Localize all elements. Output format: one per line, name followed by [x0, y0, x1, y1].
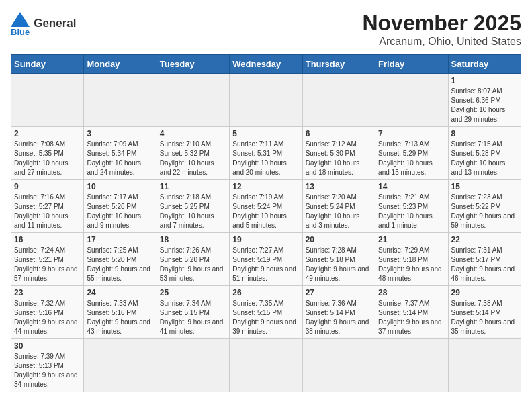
- day-info: Sunrise: 7:19 AM Sunset: 5:24 PM Dayligh…: [232, 193, 299, 230]
- day-number: 5: [232, 129, 299, 138]
- day-number: 24: [87, 288, 153, 298]
- calendar-day-cell: 27Sunrise: 7:36 AM Sunset: 5:14 PM Dayli…: [302, 286, 375, 339]
- calendar-subtitle: Arcanum, Ohio, United States: [362, 36, 521, 48]
- calendar-day-cell: 9Sunrise: 7:16 AM Sunset: 5:27 PM Daylig…: [11, 180, 84, 233]
- calendar-day-cell: 22Sunrise: 7:31 AM Sunset: 5:17 PM Dayli…: [448, 233, 521, 286]
- day-info: Sunrise: 7:38 AM Sunset: 5:14 PM Dayligh…: [451, 299, 518, 336]
- calendar-day-cell: 24Sunrise: 7:33 AM Sunset: 5:16 PM Dayli…: [84, 286, 157, 339]
- calendar-day-cell: 23Sunrise: 7:32 AM Sunset: 5:16 PM Dayli…: [11, 286, 84, 339]
- calendar-day-cell: 10Sunrise: 7:17 AM Sunset: 5:26 PM Dayli…: [84, 180, 157, 233]
- day-number: 6: [306, 129, 372, 138]
- day-number: 23: [14, 288, 81, 298]
- weekday-header-monday: Monday: [84, 55, 157, 74]
- day-info: Sunrise: 7:21 AM Sunset: 5:23 PM Dayligh…: [378, 193, 445, 230]
- calendar-day-cell: 5Sunrise: 7:11 AM Sunset: 5:31 PM Daylig…: [230, 127, 302, 180]
- day-info: Sunrise: 7:34 AM Sunset: 5:15 PM Dayligh…: [160, 299, 226, 336]
- calendar-day-cell: 11Sunrise: 7:18 AM Sunset: 5:25 PM Dayli…: [157, 180, 229, 233]
- day-info: Sunrise: 7:25 AM Sunset: 5:20 PM Dayligh…: [87, 246, 153, 283]
- calendar-day-cell: [230, 339, 302, 392]
- day-info: Sunrise: 7:10 AM Sunset: 5:32 PM Dayligh…: [160, 140, 226, 177]
- day-number: 12: [232, 182, 299, 191]
- calendar-day-cell: [302, 339, 375, 392]
- calendar-week-row: 9Sunrise: 7:16 AM Sunset: 5:27 PM Daylig…: [11, 180, 521, 233]
- calendar-day-cell: [302, 74, 375, 127]
- calendar-day-cell: [157, 74, 229, 127]
- weekday-header-tuesday: Tuesday: [157, 55, 229, 74]
- day-number: 30: [14, 341, 81, 351]
- day-info: Sunrise: 7:28 AM Sunset: 5:18 PM Dayligh…: [306, 246, 372, 283]
- calendar-week-row: 16Sunrise: 7:24 AM Sunset: 5:21 PM Dayli…: [11, 233, 521, 286]
- header: Blue General November 2025 Arcanum, Ohio…: [11, 11, 521, 48]
- calendar-day-cell: [448, 339, 521, 392]
- calendar-day-cell: [230, 74, 302, 127]
- weekday-header-friday: Friday: [375, 55, 448, 74]
- calendar-day-cell: [375, 339, 448, 392]
- day-number: 16: [14, 235, 81, 244]
- calendar-day-cell: 4Sunrise: 7:10 AM Sunset: 5:32 PM Daylig…: [157, 127, 229, 180]
- day-number: 27: [306, 288, 372, 298]
- day-info: Sunrise: 7:18 AM Sunset: 5:25 PM Dayligh…: [160, 193, 226, 230]
- day-number: 26: [232, 288, 299, 298]
- day-info: Sunrise: 7:29 AM Sunset: 5:18 PM Dayligh…: [378, 246, 445, 283]
- calendar-day-cell: 18Sunrise: 7:26 AM Sunset: 5:20 PM Dayli…: [157, 233, 229, 286]
- day-number: 3: [87, 129, 153, 138]
- calendar-day-cell: 30Sunrise: 7:39 AM Sunset: 5:13 PM Dayli…: [11, 339, 84, 392]
- calendar-table: SundayMondayTuesdayWednesdayThursdayFrid…: [11, 54, 521, 392]
- calendar-day-cell: 20Sunrise: 7:28 AM Sunset: 5:18 PM Dayli…: [302, 233, 375, 286]
- day-info: Sunrise: 7:11 AM Sunset: 5:31 PM Dayligh…: [232, 140, 299, 177]
- calendar-day-cell: 13Sunrise: 7:20 AM Sunset: 5:24 PM Dayli…: [302, 180, 375, 233]
- day-info: Sunrise: 7:13 AM Sunset: 5:29 PM Dayligh…: [378, 140, 445, 177]
- calendar-week-row: 30Sunrise: 7:39 AM Sunset: 5:13 PM Dayli…: [11, 339, 521, 392]
- day-info: Sunrise: 7:12 AM Sunset: 5:30 PM Dayligh…: [306, 140, 372, 177]
- day-info: Sunrise: 7:15 AM Sunset: 5:28 PM Dayligh…: [451, 140, 518, 177]
- calendar-day-cell: 14Sunrise: 7:21 AM Sunset: 5:23 PM Dayli…: [375, 180, 448, 233]
- calendar-day-cell: [375, 74, 448, 127]
- logo-general-text: General: [34, 17, 76, 30]
- day-number: 2: [14, 129, 81, 138]
- calendar-day-cell: 3Sunrise: 7:09 AM Sunset: 5:34 PM Daylig…: [84, 127, 157, 180]
- day-info: Sunrise: 8:07 AM Sunset: 6:36 PM Dayligh…: [451, 87, 518, 124]
- day-number: 11: [160, 182, 226, 191]
- calendar-day-cell: [84, 339, 157, 392]
- day-number: 10: [87, 182, 153, 191]
- calendar-day-cell: 17Sunrise: 7:25 AM Sunset: 5:20 PM Dayli…: [84, 233, 157, 286]
- day-number: 22: [451, 235, 518, 244]
- day-info: Sunrise: 7:23 AM Sunset: 5:22 PM Dayligh…: [451, 193, 518, 230]
- day-info: Sunrise: 7:32 AM Sunset: 5:16 PM Dayligh…: [14, 299, 81, 336]
- day-info: Sunrise: 7:24 AM Sunset: 5:21 PM Dayligh…: [14, 246, 81, 283]
- day-number: 4: [160, 129, 226, 138]
- day-number: 9: [14, 182, 81, 191]
- day-info: Sunrise: 7:31 AM Sunset: 5:17 PM Dayligh…: [451, 246, 518, 283]
- calendar-day-cell: 21Sunrise: 7:29 AM Sunset: 5:18 PM Dayli…: [375, 233, 448, 286]
- calendar-day-cell: 6Sunrise: 7:12 AM Sunset: 5:30 PM Daylig…: [302, 127, 375, 180]
- calendar-day-cell: 26Sunrise: 7:35 AM Sunset: 5:15 PM Dayli…: [230, 286, 302, 339]
- calendar-day-cell: [84, 74, 157, 127]
- day-info: Sunrise: 7:09 AM Sunset: 5:34 PM Dayligh…: [87, 140, 153, 177]
- day-info: Sunrise: 7:37 AM Sunset: 5:14 PM Dayligh…: [378, 299, 445, 336]
- day-number: 29: [451, 288, 518, 298]
- weekday-header-saturday: Saturday: [448, 55, 521, 74]
- day-number: 1: [451, 76, 518, 85]
- day-info: Sunrise: 7:33 AM Sunset: 5:16 PM Dayligh…: [87, 299, 153, 336]
- calendar-week-row: 2Sunrise: 7:08 AM Sunset: 5:35 PM Daylig…: [11, 127, 521, 180]
- calendar-week-row: 1Sunrise: 8:07 AM Sunset: 6:36 PM Daylig…: [11, 74, 521, 127]
- day-number: 20: [306, 235, 372, 244]
- calendar-day-cell: 1Sunrise: 8:07 AM Sunset: 6:36 PM Daylig…: [448, 74, 521, 127]
- day-number: 28: [378, 288, 445, 298]
- day-info: Sunrise: 7:27 AM Sunset: 5:19 PM Dayligh…: [232, 246, 299, 283]
- calendar-day-cell: 7Sunrise: 7:13 AM Sunset: 5:29 PM Daylig…: [375, 127, 448, 180]
- day-number: 13: [306, 182, 372, 191]
- calendar-day-cell: 2Sunrise: 7:08 AM Sunset: 5:35 PM Daylig…: [11, 127, 84, 180]
- calendar-day-cell: 15Sunrise: 7:23 AM Sunset: 5:22 PM Dayli…: [448, 180, 521, 233]
- day-number: 21: [378, 235, 445, 244]
- weekday-header-thursday: Thursday: [302, 55, 375, 74]
- calendar-day-cell: 29Sunrise: 7:38 AM Sunset: 5:14 PM Dayli…: [448, 286, 521, 339]
- day-number: 25: [160, 288, 226, 298]
- logo-blue-text: Blue: [11, 27, 30, 37]
- calendar-day-cell: 25Sunrise: 7:34 AM Sunset: 5:15 PM Dayli…: [157, 286, 229, 339]
- weekday-header-row: SundayMondayTuesdayWednesdayThursdayFrid…: [11, 55, 521, 74]
- weekday-header-wednesday: Wednesday: [230, 55, 302, 74]
- day-number: 14: [378, 182, 445, 191]
- calendar-day-cell: 28Sunrise: 7:37 AM Sunset: 5:14 PM Dayli…: [375, 286, 448, 339]
- day-info: Sunrise: 7:20 AM Sunset: 5:24 PM Dayligh…: [306, 193, 372, 230]
